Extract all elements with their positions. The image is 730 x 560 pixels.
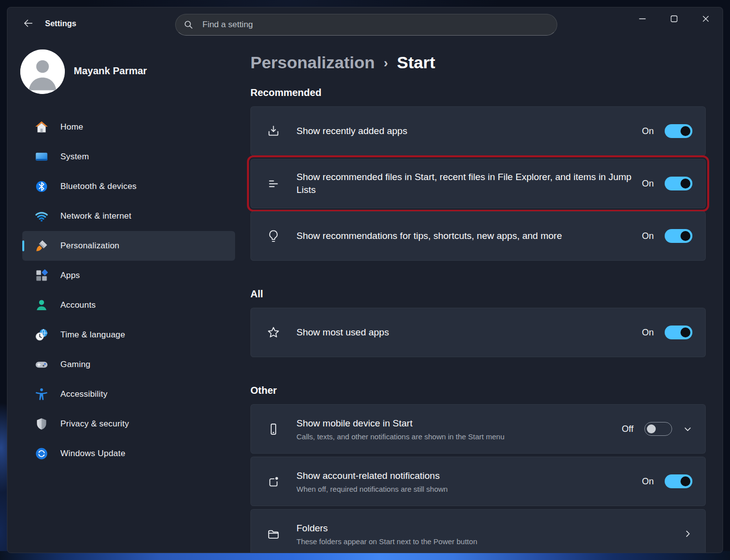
section-header: Recommended (250, 87, 706, 98)
back-button[interactable] (18, 15, 38, 33)
sidebar-item-label: Accounts (60, 300, 96, 310)
toggle-state-label: On (642, 126, 654, 137)
minimize-button[interactable] (627, 7, 658, 30)
card-list: Show recently added appsOnShow recommend… (250, 106, 706, 261)
setting-controls: On (642, 229, 692, 243)
toggle-switch[interactable] (665, 229, 692, 243)
setting-controls: On (642, 474, 692, 488)
section-recommended: RecommendedShow recently added appsOnSho… (250, 87, 706, 261)
sidebar: Mayank Parmar HomeSystemBluetooth & devi… (7, 42, 248, 553)
setting-subtitle: When off, required notifications are sti… (296, 485, 633, 493)
setting-text: Show recommended files in Start, recent … (296, 171, 633, 196)
chevron-right-icon[interactable] (683, 529, 692, 538)
sidebar-item-label: Time & language (60, 330, 125, 340)
sidebar-item-apps[interactable]: Apps (22, 261, 235, 290)
sidebar-item-label: Bluetooth & devices (60, 182, 137, 191)
back-arrow-icon (23, 18, 34, 31)
sidebar-item-label: System (60, 152, 89, 162)
toggle-state-label: On (642, 179, 654, 189)
toggle-knob (681, 327, 690, 337)
sidebar-item-privacy-security[interactable]: Privacy & security (22, 409, 235, 439)
windows-update-icon (34, 446, 49, 462)
setting-card-show-recently-added-apps[interactable]: Show recently added appsOn (250, 106, 706, 156)
breadcrumb-chevron-icon: › (384, 55, 388, 71)
setting-subtitle: Calls, texts, and other notifications ar… (296, 432, 622, 441)
search-input[interactable] (201, 19, 549, 30)
phone-icon (265, 422, 282, 436)
setting-controls: On (642, 326, 692, 339)
setting-card-show-recommendations-for-tips-shortcuts-new-apps-and-more[interactable]: Show recommendations for tips, shortcuts… (250, 211, 706, 261)
chevron-down-icon[interactable] (683, 424, 692, 434)
personalization-icon (34, 238, 49, 254)
sidebar-item-time-language[interactable]: Time & language (22, 320, 235, 350)
sidebar-item-system[interactable]: System (22, 142, 235, 172)
maximize-button[interactable] (658, 7, 690, 30)
setting-card-show-account-related-notifications[interactable]: Show account-related notificationsWhen o… (250, 457, 706, 506)
setting-title: Show mobile device in Start (296, 417, 622, 430)
title-bar: Settings (7, 7, 723, 42)
setting-card-show-most-used-apps[interactable]: Show most used appsOn (250, 308, 706, 357)
setting-text: Show most used apps (296, 326, 633, 339)
apps-icon (34, 268, 49, 283)
main-content: Personalization › Start RecommendedShow … (248, 42, 723, 553)
bluetooth-icon (34, 179, 49, 194)
toggle-knob (681, 231, 690, 241)
toggle-state-label: Off (622, 424, 633, 434)
toggle-knob (681, 126, 690, 136)
setting-controls: On (642, 124, 692, 138)
setting-controls: Off (622, 422, 692, 436)
setting-card-show-recommended-files-in-start-recent-files-in-file-explorer-and-items-in-jump-lists[interactable]: Show recommended files in Start, recent … (250, 159, 706, 208)
recommended-files-icon (265, 177, 282, 191)
toggle-switch[interactable] (665, 177, 692, 190)
sidebar-item-home[interactable]: Home (22, 112, 235, 142)
search-box[interactable] (175, 14, 557, 36)
home-icon (34, 119, 49, 135)
toggle-switch[interactable] (665, 124, 692, 138)
setting-title: Folders (296, 522, 633, 535)
sidebar-item-network-internet[interactable]: Network & internet (22, 201, 235, 231)
avatar[interactable] (20, 49, 65, 94)
setting-title: Show recommendations for tips, shortcuts… (296, 230, 633, 242)
settings-window: Settings Mayank Parmar HomeSystemBluetoo… (7, 7, 723, 553)
sidebar-item-label: Gaming (60, 360, 91, 370)
sidebar-item-label: Personalization (60, 241, 119, 251)
toggle-switch[interactable] (665, 474, 692, 488)
breadcrumb-parent[interactable]: Personalization (250, 53, 375, 72)
setting-controls (683, 529, 692, 538)
toggle-switch[interactable] (665, 326, 692, 339)
setting-text: Show account-related notificationsWhen o… (296, 469, 633, 493)
toggle-switch[interactable] (644, 422, 672, 436)
privacy-icon (34, 416, 49, 432)
sidebar-item-windows-update[interactable]: Windows Update (22, 439, 235, 468)
star-icon (265, 326, 282, 340)
sidebar-item-accounts[interactable]: Accounts (22, 290, 235, 320)
setting-card-show-mobile-device-in-start[interactable]: Show mobile device in StartCalls, texts,… (250, 404, 706, 454)
sidebar-item-bluetooth-devices[interactable]: Bluetooth & devices (22, 172, 235, 201)
gaming-icon (34, 357, 49, 373)
close-button[interactable] (690, 7, 722, 30)
setting-text: Show recently added apps (296, 125, 633, 138)
sidebar-item-gaming[interactable]: Gaming (22, 350, 235, 379)
sidebar-item-personalization[interactable]: Personalization (22, 231, 235, 261)
setting-title: Show account-related notifications (296, 469, 633, 482)
breadcrumb: Personalization › Start (250, 53, 723, 72)
time-language-icon (34, 327, 49, 343)
setting-title: Show recommended files in Start, recent … (296, 171, 633, 196)
sidebar-item-label: Privacy & security (60, 419, 129, 429)
accounts-icon (34, 297, 49, 313)
section-other: OtherShow mobile device in StartCalls, t… (250, 385, 706, 553)
sidebar-item-accessibility[interactable]: Accessibility (22, 379, 235, 409)
setting-subtitle: These folders appear on Start next to th… (296, 537, 633, 546)
toggle-knob (647, 424, 656, 433)
sidebar-item-label: Accessibility (60, 389, 107, 399)
section-all: AllShow most used appsOn (250, 288, 706, 357)
sidebar-item-label: Network & internet (60, 211, 131, 221)
lightbulb-icon (265, 229, 282, 243)
setting-text: FoldersThese folders appear on Start nex… (296, 522, 633, 546)
app-title: Settings (45, 19, 76, 28)
setting-title: Show most used apps (296, 326, 633, 339)
setting-card-folders[interactable]: FoldersThese folders appear on Start nex… (250, 509, 706, 553)
window-controls (627, 7, 722, 30)
setting-text: Show mobile device in StartCalls, texts,… (296, 417, 622, 441)
toggle-state-label: On (642, 231, 654, 241)
